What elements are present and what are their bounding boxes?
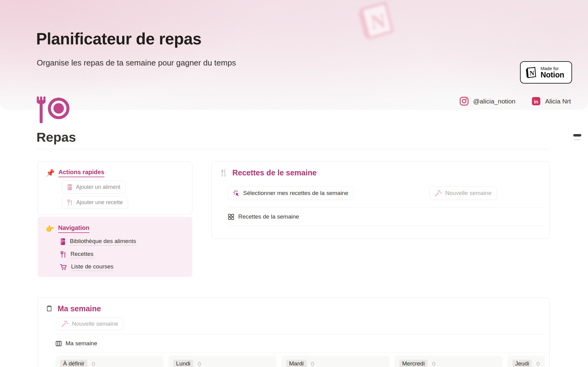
svg-text:in: in [534, 99, 538, 104]
noise-texture [0, 0, 588, 109]
view-tab-label: Recettes de la semaine [238, 213, 299, 220]
made-for-notion-badge[interactable]: N Made for Notion [520, 61, 572, 84]
quick-actions-card: 📌 Actions rapides Ajouter un aliment Ajo… [38, 162, 192, 215]
kanban-board: À définir 0 Lundi 0 Mardi 0 Mercredi 0 J… [55, 356, 545, 367]
nav-link-recipes[interactable]: Recettes [60, 251, 93, 258]
fridge-icon [67, 184, 73, 190]
page-banner-subtitle: Organise les repas de ta semaine pour ga… [37, 58, 236, 68]
add-food-label: Ajouter un aliment [76, 184, 120, 190]
instagram-icon[interactable] [459, 96, 469, 106]
divider-drag-handle-shadow [574, 139, 581, 140]
add-recipe-button[interactable]: Ajouter une recette [62, 196, 128, 209]
fridge-icon [60, 238, 66, 245]
column-group-chip[interactable]: Mercredi [399, 360, 428, 367]
utensils-icon [67, 199, 73, 206]
kanban-column-mardi: Mardi 0 [281, 356, 390, 367]
nav-link-shopping-list[interactable]: Liste de courses [60, 263, 113, 271]
my-week-title: Ma semaine [58, 304, 101, 313]
my-week-card: 🗒 Ma semaine Nouvelle semaine Ma semaine… [38, 298, 550, 367]
kanban-column-a-definir: À définir 0 [55, 356, 164, 367]
social-links: @alicia_notion in Alicia Nrt [459, 96, 571, 106]
badge-made-for-label: Made for [541, 66, 564, 71]
navigation-title[interactable]: Navigation [58, 224, 89, 233]
notepad-emoji-icon: 🗒 [46, 304, 53, 313]
svg-text:N: N [530, 69, 534, 77]
week-recipes-card: 🍴 Recettes de le semaine Sélectionner me… [211, 161, 550, 239]
linkedin-icon[interactable]: in [531, 96, 541, 106]
badge-notion-label: Notion [541, 71, 564, 79]
column-count: 0 [536, 360, 540, 367]
fork-and-plate-page-icon[interactable] [36, 96, 70, 124]
column-group-chip[interactable]: À définir [60, 360, 87, 367]
kanban-column-mercredi: Mercredi 0 [394, 356, 503, 367]
pointing-finger-emoji-icon: 👉 [46, 225, 55, 233]
navigation-card: 👉 Navigation Bibliothèque des aliments R… [38, 217, 192, 277]
instagram-handle[interactable]: @alicia_notion [473, 98, 515, 105]
add-food-button[interactable]: Ajouter un aliment [62, 181, 126, 193]
nav-link-food-library[interactable]: Bibliothèque des aliments [60, 238, 136, 245]
select-week-recipes-label: Sélectionner mes recettes de la semaine [243, 190, 348, 197]
new-week-button[interactable]: Nouvelle semaine [429, 186, 497, 200]
kanban-column-lundi: Lundi 0 [168, 356, 277, 367]
page-banner-title: Planificateur de repas [36, 29, 202, 48]
shopping-cart-icon [60, 264, 67, 271]
column-count: 0 [92, 360, 95, 367]
magic-wand-icon [61, 320, 69, 327]
select-week-recipes-button[interactable]: Sélectionner mes recettes de la semaine [228, 186, 353, 200]
column-group-chip[interactable]: Jeudi [512, 360, 532, 367]
view-tab-label: Ma semaine [66, 340, 97, 347]
title-divider [36, 149, 550, 149]
cursor-click-icon [233, 190, 240, 197]
utensils-icon [60, 251, 66, 258]
kanban-column-jeudi: Jeudi 0 [507, 356, 545, 367]
page-cover-banner: N Planificateur de repas Organise les re… [0, 0, 588, 109]
view-tab-week-recipes[interactable]: Recettes de la semaine [228, 208, 543, 226]
new-week-label: Nouvelle semaine [72, 320, 118, 327]
week-recipes-title: Recettes de le semaine [232, 168, 317, 177]
nav-link-label: Liste de courses [71, 263, 113, 271]
column-count: 0 [198, 360, 201, 367]
gallery-view-icon [228, 214, 234, 220]
magic-wand-icon [435, 190, 442, 197]
column-count: 0 [311, 360, 315, 367]
quick-actions-title[interactable]: Actions rapides [58, 169, 104, 177]
new-week-label: Nouvelle semaine [445, 190, 492, 197]
notion-cube-icon: N [525, 66, 537, 79]
column-group-chip[interactable]: Lundi [173, 360, 193, 367]
board-view-icon [55, 340, 62, 347]
nav-link-label: Bibliothèque des aliments [70, 238, 136, 245]
column-group-chip[interactable]: Mardi [286, 360, 307, 367]
notion-logo-watermark: N [350, 0, 401, 45]
page-title: Repas [36, 130, 76, 145]
column-count: 0 [432, 360, 435, 367]
fork-knife-emoji-icon: 🍴 [219, 169, 228, 177]
nav-link-label: Recettes [70, 251, 93, 258]
new-week-button[interactable]: Nouvelle semaine [56, 317, 123, 330]
pushpin-emoji-icon: 📌 [46, 169, 55, 177]
view-tab-my-week[interactable]: Ma semaine [55, 334, 545, 353]
linkedin-name[interactable]: Alicia Nrt [545, 98, 571, 105]
divider-drag-handle[interactable] [573, 134, 581, 137]
add-recipe-label: Ajouter une recette [76, 199, 123, 206]
